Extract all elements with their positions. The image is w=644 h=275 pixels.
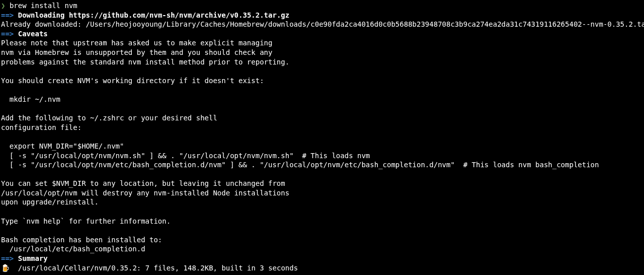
- caveats-text: Type `nvm help` for further information.: [1, 217, 643, 226]
- blank-line: [1, 170, 643, 179]
- caveats-text: configuration file:: [1, 123, 643, 132]
- command-line: ❯ brew install nvm: [1, 1, 643, 11]
- blank-line: [1, 66, 643, 76]
- download-line: ==> Downloading https://github.com/nvm-s…: [1, 11, 643, 20]
- caveats-command: [ -s "/usr/local/opt/nvm/nvm.sh" ] && . …: [1, 151, 643, 161]
- caveats-text: You can set $NVM_DIR to any location, bu…: [1, 179, 643, 188]
- caveats-command: mkdir ~/.nvm: [1, 95, 643, 104]
- blank-line: [1, 207, 643, 217]
- caveats-command: [ -s "/usr/local/opt/nvm/etc/bash_comple…: [1, 160, 643, 170]
- caveats-text: upon upgrade/reinstall.: [1, 197, 643, 207]
- download-url: https://github.com/nvm-sh/nvm/archive/v0…: [69, 11, 289, 19]
- caveats-text: /usr/local/opt/nvm will destroy any nvm-…: [1, 188, 643, 198]
- caveats-text: /usr/local/etc/bash_completion.d: [1, 244, 643, 254]
- summary-header: ==> Summary: [1, 254, 643, 263]
- prompt-char: ❯: [1, 2, 5, 10]
- already-downloaded-line: Already downloaded: /Users/heojooyoung/L…: [1, 20, 643, 29]
- caveats-text: Please note that upstream has asked us t…: [1, 38, 643, 48]
- blank-line: [1, 85, 643, 95]
- caveats-header: ==> Caveats: [1, 29, 643, 39]
- arrow-icon: ==>: [1, 11, 14, 19]
- blank-line: [1, 104, 643, 114]
- caveats-command: export NVM_DIR="$HOME/.nvm": [1, 142, 643, 151]
- blank-line: [1, 132, 643, 142]
- summary-text: /usr/local/Cellar/nvm/0.35.2: 7 files, 1…: [10, 264, 298, 272]
- download-label: Downloading: [18, 11, 65, 19]
- caveats-label: Caveats: [18, 30, 48, 38]
- caveats-text: nvm via Homebrew is unsupported by them …: [1, 48, 643, 57]
- arrow-icon: ==>: [1, 30, 14, 38]
- arrow-icon: ==>: [1, 254, 14, 262]
- caveats-text: problems against the standard nvm instal…: [1, 57, 643, 67]
- summary-line: 🍺 /usr/local/Cellar/nvm/0.35.2: 7 files,…: [1, 263, 643, 273]
- caveats-text: Add the following to ~/.zshrc or your de…: [1, 113, 643, 123]
- caveats-text: Bash completion has been installed to:: [1, 235, 643, 245]
- caveats-text: You should create NVM's working director…: [1, 76, 643, 86]
- beer-icon: 🍺: [1, 263, 10, 273]
- summary-label: Summary: [18, 254, 48, 262]
- command-text: brew install nvm: [10, 2, 77, 10]
- blank-line: [1, 226, 643, 235]
